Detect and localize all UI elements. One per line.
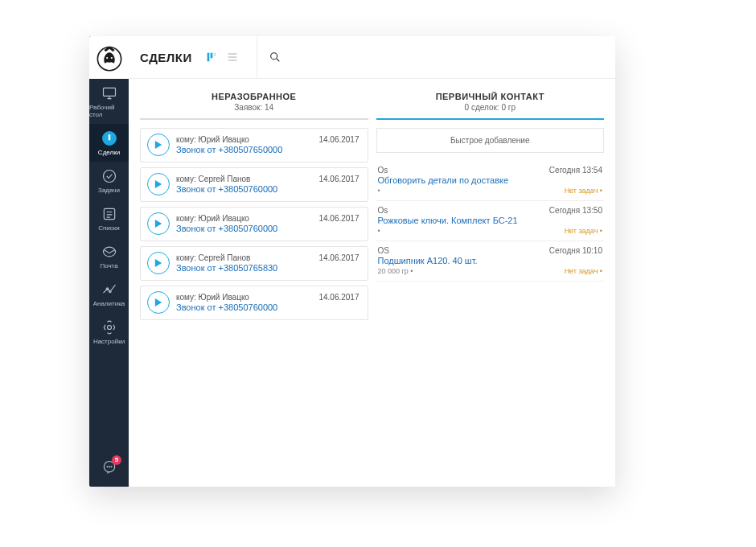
kanban-view-icon[interactable] xyxy=(205,51,218,64)
sidebar-item-analytics[interactable]: Аналитика xyxy=(89,275,129,313)
svg-point-7 xyxy=(103,247,115,257)
sidebar-item-label: Рабочий стол xyxy=(89,104,129,118)
deal-time: Сегодня 13:50 xyxy=(549,206,602,215)
call-date: 14.06.2017 xyxy=(318,293,359,302)
lists-icon xyxy=(101,206,117,222)
messages-badge: 5 xyxy=(112,455,121,465)
svg-rect-16 xyxy=(210,53,212,59)
call-date: 14.06.2017 xyxy=(318,135,359,144)
call-to: кому: Юрий Ивацко xyxy=(176,135,249,144)
svg-rect-15 xyxy=(207,53,209,62)
lion-crest-icon xyxy=(95,43,124,72)
column-header: ПЕРВИЧНЫЙ КОНТАКТ 0 сделок: 0 гр xyxy=(376,87,605,120)
call-date: 14.06.2017 xyxy=(318,253,359,262)
deal-card[interactable]: OsСегодня 13:54 Обговорить детали по дос… xyxy=(376,161,605,201)
deal-no-task: Нет задач xyxy=(565,227,602,235)
deal-no-task: Нет задач xyxy=(565,187,602,195)
svg-point-12 xyxy=(107,467,108,467)
call-to: кому: Юрий Ивацко xyxy=(176,214,249,223)
quick-add-button[interactable]: Быстрое добавление xyxy=(376,128,605,153)
play-button[interactable] xyxy=(147,291,170,314)
call-card[interactable]: кому: Сергей Панов14.06.2017 Звонок от +… xyxy=(140,167,368,202)
column-unsorted: НЕРАЗОБРАННОЕ Заявок: 14 кому: Юрий Ивац… xyxy=(140,87,368,479)
sidebar-item-label: Сделки xyxy=(98,149,120,156)
svg-point-14 xyxy=(111,467,112,467)
sidebar-item-label: Настройки xyxy=(93,338,125,345)
sidebar-item-messages[interactable]: 5 xyxy=(89,450,129,487)
deal-card[interactable]: OSСегодня 10:10 Подшипник А120. 40 шт. 2… xyxy=(376,241,605,282)
column-subtitle: 0 сделок: 0 гр xyxy=(376,103,605,112)
call-link[interactable]: Звонок от +38050765830 xyxy=(176,263,360,273)
call-link[interactable]: Звонок от +38050760000 xyxy=(176,184,360,194)
deal-no-task: Нет задач xyxy=(565,267,602,275)
logo xyxy=(89,36,129,79)
app-window: Рабочий стол Сделки Задачи Списки xyxy=(89,36,615,487)
settings-icon xyxy=(101,319,117,335)
call-link[interactable]: Звонок от +380507650000 xyxy=(176,145,360,154)
deal-amount: • xyxy=(378,187,380,195)
deal-card[interactable]: OsСегодня 13:50 Рожковые ключи. Комплект… xyxy=(376,201,605,241)
call-date: 14.06.2017 xyxy=(318,214,359,223)
column-header: НЕРАЗОБРАННОЕ Заявок: 14 xyxy=(140,87,368,120)
call-date: 14.06.2017 xyxy=(318,175,359,183)
call-card[interactable]: кому: Сергей Панов14.06.2017 Звонок от +… xyxy=(140,246,368,281)
pipeline-columns: НЕРАЗОБРАННОЕ Заявок: 14 кому: Юрий Ивац… xyxy=(129,79,615,487)
page-title: СДЕЛКИ xyxy=(129,51,192,64)
sidebar-item-label: Аналитика xyxy=(93,300,125,307)
call-link[interactable]: Звонок от +38050760000 xyxy=(176,224,360,233)
call-to: кому: Сергей Панов xyxy=(176,253,250,262)
deal-amount: • xyxy=(378,227,380,235)
list-view-icon[interactable] xyxy=(226,51,239,64)
deal-time: Сегодня 10:10 xyxy=(549,246,602,255)
svg-rect-17 xyxy=(213,53,216,56)
deal-time: Сегодня 13:54 xyxy=(549,166,602,175)
sidebar-item-lists[interactable]: Списки xyxy=(89,199,129,237)
sidebar-item-mail[interactable]: Почта xyxy=(89,237,129,275)
svg-point-2 xyxy=(110,56,112,58)
call-card[interactable]: кому: Юрий Ивацко14.06.2017 Звонок от +3… xyxy=(140,286,368,320)
call-link[interactable]: Звонок от +38050760000 xyxy=(176,302,360,312)
main-area: Рабочий стол Сделки Задачи Списки xyxy=(89,36,615,487)
analytics-icon xyxy=(101,282,117,298)
sidebar-item-label: Задачи xyxy=(98,187,120,194)
play-button[interactable] xyxy=(147,252,170,274)
sidebar-item-label: Почта xyxy=(100,262,117,269)
svg-point-5 xyxy=(103,171,115,183)
deal-title[interactable]: Обговорить детали по доставке xyxy=(378,175,603,185)
view-switcher xyxy=(205,51,239,64)
deal-title[interactable]: Подшипник А120. 40 шт. xyxy=(378,256,603,265)
tasks-icon xyxy=(101,168,117,184)
topbar: СДЕЛКИ xyxy=(129,36,615,79)
deal-author: Os xyxy=(378,206,388,215)
sidebar-item-settings[interactable]: Настройки xyxy=(89,313,129,351)
content: СДЕЛКИ НЕРАЗОБРАННОЕ Заявок: 14 xyxy=(129,36,615,487)
sidebar-item-deals[interactable]: Сделки xyxy=(89,124,129,162)
play-button[interactable] xyxy=(147,173,170,195)
call-to: кому: Юрий Ивацко xyxy=(176,293,249,302)
search[interactable] xyxy=(257,36,615,78)
call-card[interactable]: кому: Юрий Ивацко14.06.2017 Звонок от +3… xyxy=(140,207,368,241)
mail-icon xyxy=(101,244,117,260)
svg-point-10 xyxy=(107,326,111,330)
sidebar-item-tasks[interactable]: Задачи xyxy=(89,162,129,199)
play-button[interactable] xyxy=(147,134,170,156)
call-to: кому: Сергей Панов xyxy=(176,175,250,183)
search-icon xyxy=(269,51,281,64)
svg-rect-3 xyxy=(103,88,115,96)
column-title: НЕРАЗОБРАННОЕ xyxy=(140,92,368,101)
column-primary-contact: ПЕРВИЧНЫЙ КОНТАКТ 0 сделок: 0 гр Быстрое… xyxy=(376,87,605,479)
svg-point-18 xyxy=(270,53,277,60)
deals-icon xyxy=(101,130,117,146)
deal-title[interactable]: Рожковые ключи. Комплект БС-21 xyxy=(378,216,603,225)
column-subtitle: Заявок: 14 xyxy=(140,103,368,112)
sidebar-item-desktop[interactable]: Рабочий стол xyxy=(89,79,129,124)
deal-amount: 20 000 гр • xyxy=(378,267,413,275)
svg-point-13 xyxy=(109,467,109,467)
call-card[interactable]: кому: Юрий Ивацко14.06.2017 Звонок от +3… xyxy=(140,128,368,162)
svg-point-1 xyxy=(106,56,108,58)
play-button[interactable] xyxy=(147,212,170,235)
deal-author: OS xyxy=(378,246,389,255)
svg-rect-4 xyxy=(108,134,110,141)
deal-author: Os xyxy=(378,166,388,175)
desktop-icon xyxy=(101,85,117,101)
